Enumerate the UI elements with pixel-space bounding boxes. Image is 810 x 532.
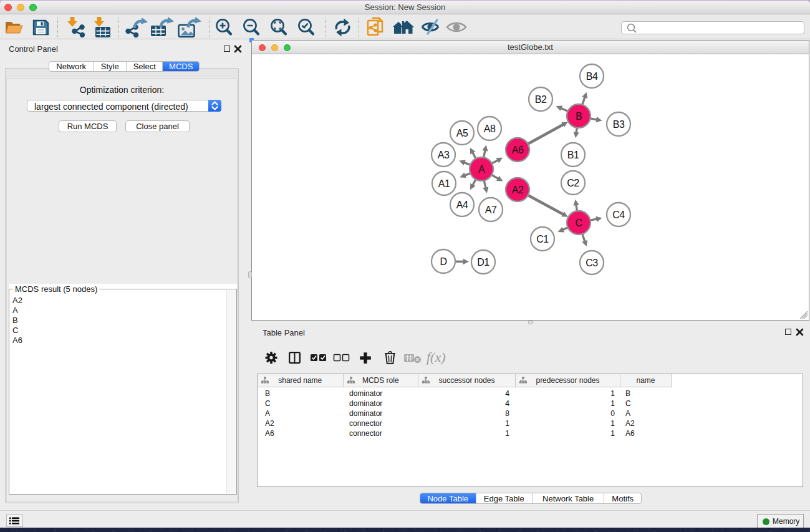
svg-text:C4: C4	[612, 210, 625, 220]
svg-text:A8: A8	[484, 123, 496, 134]
svg-text:C2: C2	[567, 178, 579, 188]
svg-text:D1: D1	[477, 257, 489, 268]
svg-text:B3: B3	[613, 119, 625, 130]
svg-text:A5: A5	[456, 128, 468, 138]
svg-text:C: C	[575, 218, 582, 228]
svg-text:B1: B1	[567, 150, 579, 160]
svg-text:A4: A4	[456, 200, 468, 210]
svg-text:C1: C1	[536, 234, 549, 244]
svg-text:A3: A3	[438, 150, 450, 160]
svg-text:B4: B4	[586, 71, 598, 82]
svg-text:A6: A6	[512, 145, 524, 155]
svg-text:B: B	[576, 111, 582, 122]
svg-text:A2: A2	[512, 185, 524, 195]
svg-text:D: D	[440, 256, 446, 267]
svg-text:A7: A7	[485, 205, 497, 215]
svg-text:A: A	[478, 164, 485, 175]
svg-text:A1: A1	[438, 178, 450, 189]
svg-text:C3: C3	[586, 258, 598, 268]
svg-text:B2: B2	[535, 94, 547, 105]
